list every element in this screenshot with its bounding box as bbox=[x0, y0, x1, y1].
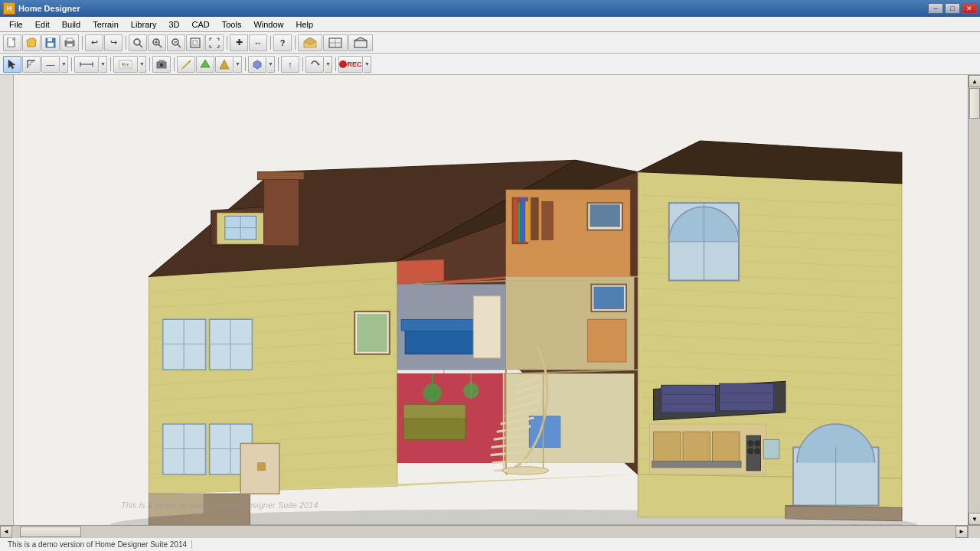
menu-build[interactable]: Build bbox=[56, 18, 87, 31]
zoom-fit-button[interactable] bbox=[186, 34, 204, 51]
canvas-area[interactable]: This is a demo version of Home Designer … bbox=[14, 75, 968, 525]
room-dropdown-arrow[interactable]: ▼ bbox=[139, 56, 146, 73]
menu-cad[interactable]: CAD bbox=[185, 18, 215, 31]
move-button[interactable]: ↔ bbox=[249, 34, 267, 51]
svg-rect-17 bbox=[193, 41, 198, 45]
new-file-button[interactable] bbox=[3, 34, 21, 51]
svg-rect-16 bbox=[191, 38, 200, 47]
dimension-dropdown[interactable]: ▼ bbox=[100, 56, 107, 73]
window-controls: – □ ✕ bbox=[928, 3, 977, 14]
scroll-up-button[interactable]: ▲ bbox=[969, 75, 980, 87]
toolbar-separator-2 bbox=[123, 36, 128, 50]
svg-rect-97 bbox=[403, 405, 466, 419]
svg-rect-78 bbox=[541, 201, 553, 240]
record-button[interactable]: REC bbox=[338, 56, 363, 73]
svg-rect-84 bbox=[590, 204, 620, 227]
menu-window[interactable]: Window bbox=[247, 18, 289, 31]
svg-rect-93 bbox=[593, 287, 624, 309]
move-up-button[interactable]: ↑ bbox=[281, 56, 299, 73]
floor-plan-button[interactable] bbox=[323, 34, 348, 51]
zoom-in-button[interactable] bbox=[148, 34, 166, 51]
rotate-dropdown-arrow[interactable]: ▼ bbox=[325, 56, 332, 73]
object-dropdown[interactable]: ▼ bbox=[267, 56, 275, 73]
draw-tool-button[interactable] bbox=[22, 56, 41, 73]
scroll-right-button[interactable]: ► bbox=[956, 526, 968, 538]
scroll-track-vertical[interactable] bbox=[969, 87, 980, 513]
svg-rect-164 bbox=[720, 383, 774, 410]
rotate-dropdown[interactable]: ▼ bbox=[325, 56, 332, 73]
svg-rect-2 bbox=[47, 38, 52, 41]
pan-button[interactable]: ✚ bbox=[230, 34, 248, 51]
redo-button[interactable]: ↪ bbox=[104, 34, 122, 51]
zoom-out-button[interactable] bbox=[167, 34, 185, 51]
terrain-tool-button[interactable] bbox=[215, 56, 234, 73]
svg-rect-96 bbox=[403, 416, 466, 439]
open-file-button[interactable] bbox=[22, 34, 41, 51]
menu-edit[interactable]: Edit bbox=[29, 18, 56, 31]
object-dropdown-arrow[interactable]: ▼ bbox=[267, 56, 275, 73]
scroll-left-button[interactable]: ◄ bbox=[0, 526, 12, 538]
svg-rect-79 bbox=[514, 199, 517, 242]
menu-bar: File Edit Build Terrain Library 3D CAD T… bbox=[0, 17, 980, 32]
wall-dropdown-arrow[interactable]: ▼ bbox=[60, 56, 68, 73]
terrain-dropdown-arrow[interactable]: ▼ bbox=[234, 56, 242, 73]
svg-point-32 bbox=[160, 63, 164, 67]
menu-terrain[interactable]: Terrain bbox=[87, 18, 125, 31]
title-bar: H Home Designer – □ ✕ bbox=[0, 0, 980, 17]
dimension-button[interactable] bbox=[74, 56, 99, 73]
elevation-button[interactable] bbox=[348, 34, 373, 51]
room-dropdown[interactable]: ▼ bbox=[139, 56, 146, 73]
help-button[interactable]: ? bbox=[273, 34, 292, 51]
vertical-scrollbar[interactable]: ▲ ▼ bbox=[968, 75, 980, 525]
dimension-dropdown-arrow[interactable]: ▼ bbox=[100, 56, 107, 73]
menu-3d[interactable]: 3D bbox=[162, 18, 185, 31]
camera-button[interactable] bbox=[152, 56, 171, 73]
svg-rect-91 bbox=[587, 319, 626, 362]
close-button[interactable]: ✕ bbox=[962, 3, 977, 14]
rotate-button[interactable] bbox=[305, 56, 324, 73]
pencil-button[interactable] bbox=[177, 56, 195, 73]
search-button[interactable] bbox=[129, 34, 147, 51]
3d-house-button[interactable] bbox=[298, 34, 322, 51]
record-dropdown[interactable]: ▼ bbox=[364, 56, 371, 73]
status-text: This is a demo version of Home Designer … bbox=[3, 540, 192, 549]
color-button[interactable] bbox=[196, 56, 214, 73]
svg-point-177 bbox=[747, 440, 753, 446]
wall-dropdown[interactable]: ▼ bbox=[60, 56, 68, 73]
toolbar2-sep5 bbox=[243, 57, 247, 71]
scroll-track-horizontal[interactable] bbox=[12, 526, 956, 538]
scroll-thumb-horizontal[interactable] bbox=[20, 527, 81, 537]
scroll-thumb-vertical[interactable] bbox=[969, 88, 980, 119]
room-label-button[interactable]: Rm bbox=[113, 56, 138, 73]
svg-rect-5 bbox=[67, 38, 73, 41]
menu-library[interactable]: Library bbox=[125, 18, 163, 31]
svg-rect-102 bbox=[506, 373, 634, 463]
record-dropdown-arrow[interactable]: ▼ bbox=[364, 56, 371, 73]
menu-help[interactable]: Help bbox=[290, 18, 320, 31]
svg-rect-6 bbox=[67, 44, 73, 47]
toolbar-separator-1 bbox=[80, 36, 84, 50]
title-text: Home Designer bbox=[18, 4, 928, 13]
watermark: This is a demo version of Home Designer … bbox=[121, 500, 318, 510]
toolbar-separator-3 bbox=[224, 36, 229, 50]
minimize-button[interactable]: – bbox=[928, 3, 943, 14]
terrain-dropdown[interactable]: ▼ bbox=[234, 56, 242, 73]
menu-tools[interactable]: Tools bbox=[216, 18, 248, 31]
scroll-down-button[interactable]: ▼ bbox=[969, 513, 980, 525]
select-tool-button[interactable] bbox=[3, 56, 21, 73]
status-bar: This is a demo version of Home Designer … bbox=[0, 537, 980, 551]
wall-tool-button[interactable]: — bbox=[41, 56, 60, 73]
svg-rect-181 bbox=[763, 439, 779, 458]
svg-marker-39 bbox=[253, 60, 261, 69]
object-tool-button[interactable] bbox=[248, 56, 266, 73]
svg-marker-25 bbox=[8, 60, 15, 69]
zoom-full-button[interactable] bbox=[205, 34, 224, 51]
save-button[interactable] bbox=[41, 34, 60, 51]
svg-rect-186 bbox=[257, 172, 304, 180]
menu-file[interactable]: File bbox=[3, 18, 29, 31]
toolbar2-sep4 bbox=[172, 57, 176, 71]
bottom-scrollbar[interactable]: ◄ ► bbox=[0, 525, 980, 537]
print-button[interactable] bbox=[60, 34, 79, 51]
maximize-button[interactable]: □ bbox=[945, 3, 960, 14]
undo-button[interactable]: ↩ bbox=[85, 34, 103, 51]
